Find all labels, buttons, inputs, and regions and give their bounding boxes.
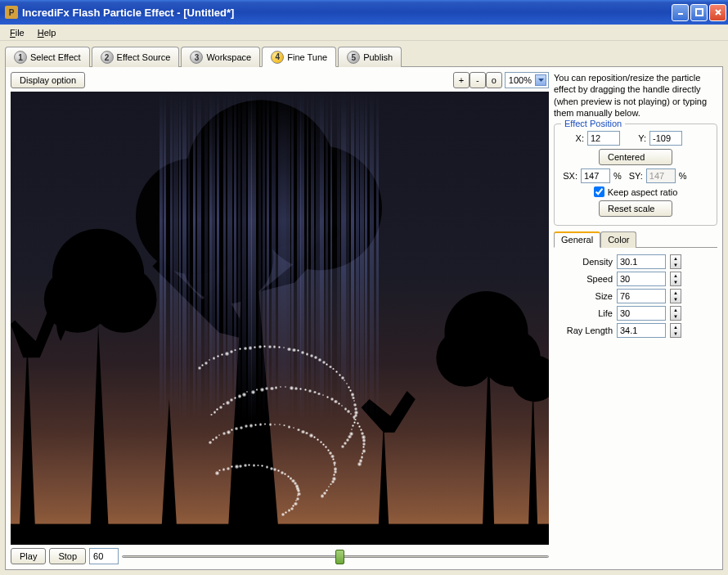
preview-canvas[interactable] (11, 92, 549, 545)
prop-label: Life (557, 308, 613, 318)
x-label: X: (559, 133, 584, 143)
frame-value[interactable]: 60 (89, 548, 119, 564)
percent-label: % (679, 171, 687, 181)
prop-input-speed[interactable] (617, 272, 666, 286)
menu-bar: File Help (0, 25, 728, 41)
y-label: Y: (623, 133, 646, 143)
prop-input-life[interactable] (617, 306, 666, 321)
stop-button[interactable]: Stop (49, 548, 86, 564)
sy-input (646, 168, 676, 183)
spinner[interactable]: ▲▼ (670, 289, 681, 303)
tab-publish[interactable]: 5Publish (338, 47, 402, 67)
prop-label: Size (557, 291, 613, 301)
prop-label: Density (557, 257, 613, 267)
prop-label: Ray Length (557, 326, 613, 335)
subtab-general[interactable]: General (554, 231, 600, 248)
keep-aspect-label: Keep aspect ratio (608, 187, 678, 197)
menu-help[interactable]: Help (31, 26, 63, 39)
spinner[interactable]: ▲▼ (670, 254, 681, 269)
tab-label: Select Effect (30, 52, 81, 62)
property-tabs: General Color (554, 231, 717, 248)
centered-button[interactable]: Centered (599, 149, 672, 165)
prop-input-ray-length[interactable] (617, 323, 666, 338)
prop-input-size[interactable] (617, 289, 666, 303)
minimize-button[interactable] (672, 4, 689, 21)
tab-label: Fine Tune (287, 52, 327, 62)
spinner[interactable]: ▲▼ (670, 306, 681, 321)
zoom-out-button[interactable]: - (470, 72, 486, 88)
prop-input-density[interactable] (617, 254, 666, 269)
title-bar: P IncrediFx Flash Particle Effect - [Unt… (0, 0, 728, 25)
close-button[interactable] (709, 4, 726, 21)
spinner[interactable]: ▲▼ (670, 272, 681, 286)
zoom-fit-button[interactable]: o (486, 72, 502, 88)
app-icon: P (5, 6, 18, 19)
spinner[interactable]: ▲▼ (670, 323, 681, 338)
menu-file[interactable]: File (3, 26, 31, 39)
sy-label: SY: (625, 171, 643, 181)
prop-label: Speed (557, 274, 613, 284)
tab-select-effect[interactable]: 1Select Effect (5, 47, 90, 67)
window-title: IncrediFx Flash Particle Effect - [Untit… (22, 7, 672, 19)
chevron-down-icon (535, 74, 546, 86)
svg-marker-4 (538, 79, 544, 82)
zoom-in-button[interactable]: + (453, 72, 470, 88)
sx-label: SX: (559, 171, 577, 181)
tab-label: Publish (363, 52, 393, 62)
slider-thumb[interactable] (335, 550, 344, 564)
tab-workspace[interactable]: 3Workspace (181, 47, 260, 67)
keep-aspect-checkbox[interactable] (594, 186, 604, 197)
sx-input[interactable] (581, 168, 610, 183)
help-text: You can reposition/resize the particle e… (554, 72, 717, 119)
subtab-color[interactable]: Color (600, 231, 636, 248)
y-input[interactable] (649, 131, 682, 146)
step-tabs: 1Select Effect 2Effect Source 3Workspace… (5, 46, 723, 67)
tab-label: Workspace (206, 52, 251, 62)
timeline-slider[interactable] (122, 548, 549, 564)
x-input[interactable] (587, 131, 620, 146)
play-button[interactable]: Play (11, 548, 46, 564)
tab-effect-source[interactable]: 2Effect Source (92, 47, 180, 67)
tab-fine-tune[interactable]: 4Fine Tune (262, 47, 336, 67)
svg-rect-1 (696, 9, 703, 16)
display-option-button[interactable]: Display option (11, 72, 85, 88)
percent-label: % (613, 171, 622, 181)
reset-scale-button[interactable]: Reset scale (599, 200, 672, 217)
maximize-button[interactable] (690, 4, 708, 21)
zoom-value: 100% (509, 75, 532, 85)
zoom-select[interactable]: 100% (505, 72, 549, 88)
effect-position-panel: Effect Position X: Y: Centered SX: % SY: (554, 124, 717, 226)
effect-position-legend: Effect Position (561, 119, 625, 128)
tab-label: Effect Source (117, 52, 171, 62)
